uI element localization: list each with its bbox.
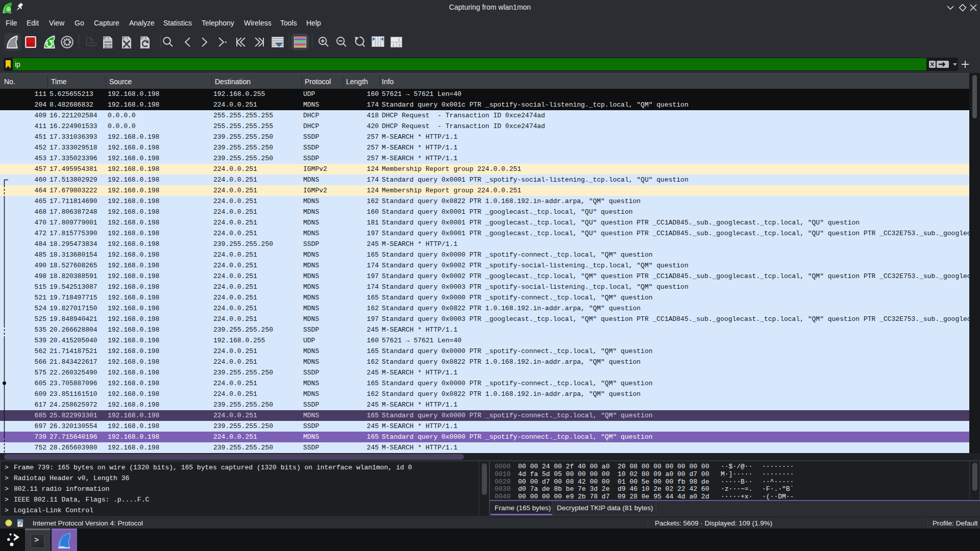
svg-text:1: 1	[398, 37, 400, 42]
svg-text:0111: 0111	[105, 46, 112, 49]
svg-text:3: 3	[399, 43, 401, 47]
svg-text:2: 2	[393, 43, 395, 47]
